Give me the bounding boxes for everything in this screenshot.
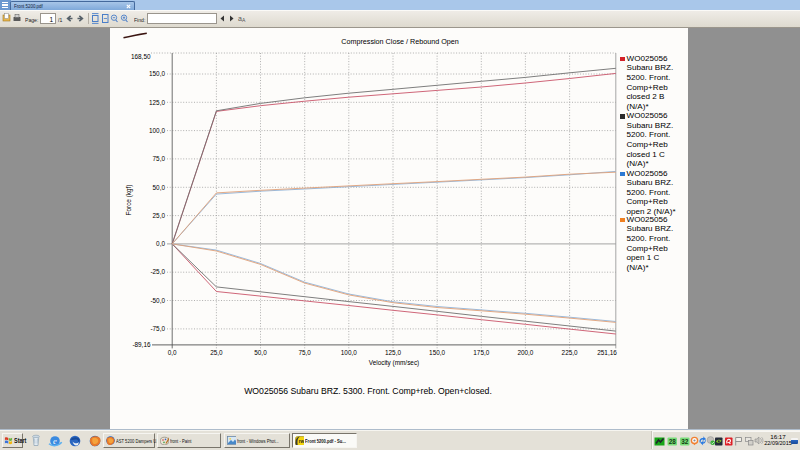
- svg-text:aA: aA: [238, 15, 246, 23]
- svg-text:e: e: [53, 436, 57, 446]
- svg-text:Force (kgf): Force (kgf): [125, 185, 133, 216]
- svg-text:rw: rw: [299, 439, 304, 444]
- svg-text:125,0: 125,0: [149, 99, 165, 106]
- svg-text:28: 28: [669, 438, 677, 445]
- svg-text:-75,0: -75,0: [150, 325, 165, 332]
- svg-text:-25,0: -25,0: [150, 268, 165, 275]
- svg-text:50,0: 50,0: [254, 349, 267, 356]
- svg-text:200,0: 200,0: [517, 349, 533, 356]
- svg-text:25,0: 25,0: [153, 212, 166, 219]
- svg-text:75,0: 75,0: [298, 349, 311, 356]
- svg-text:-50,0: -50,0: [150, 297, 165, 304]
- svg-text:0,0: 0,0: [168, 349, 177, 356]
- svg-text:Velocity (mm/sec): Velocity (mm/sec): [369, 359, 419, 367]
- svg-text:100,0: 100,0: [341, 349, 357, 356]
- svg-text:150,0: 150,0: [149, 70, 165, 77]
- svg-text:175,0: 175,0: [473, 349, 489, 356]
- svg-text:-89,16: -89,16: [132, 341, 151, 348]
- svg-text:125,0: 125,0: [385, 349, 401, 356]
- svg-text:25,0: 25,0: [210, 349, 223, 356]
- svg-text:251,16: 251,16: [597, 349, 617, 356]
- svg-text:100,0: 100,0: [149, 127, 165, 134]
- svg-text:168,50: 168,50: [131, 53, 151, 60]
- svg-text:32: 32: [681, 438, 689, 445]
- svg-text:0,0: 0,0: [156, 240, 165, 247]
- svg-text:50,0: 50,0: [153, 184, 166, 191]
- svg-text:225,0: 225,0: [562, 349, 578, 356]
- svg-text:Compression Close / Rebound Op: Compression Close / Rebound Open: [341, 37, 458, 46]
- svg-text:75,0: 75,0: [153, 155, 166, 162]
- svg-text:150,0: 150,0: [429, 349, 445, 356]
